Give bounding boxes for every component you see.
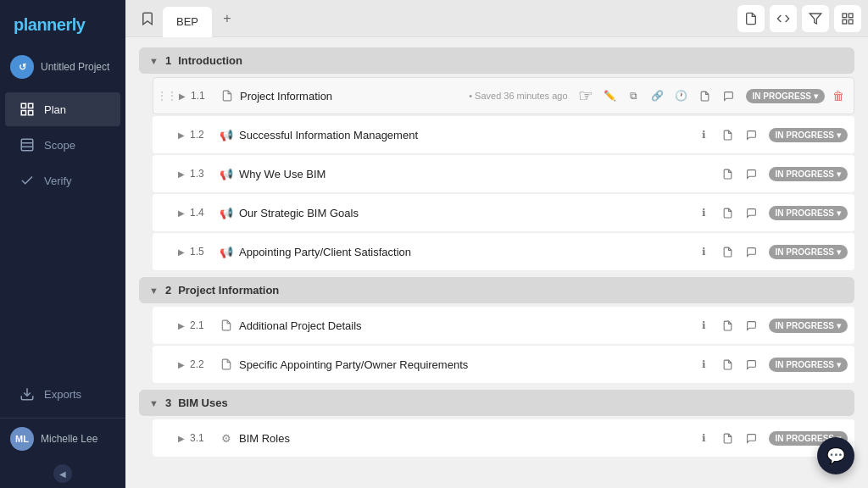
expand-1-3[interactable]: ▶	[173, 169, 190, 179]
svg-rect-1	[29, 103, 33, 108]
row-title-2-1: Additional Project Details	[239, 319, 687, 332]
delete-icon-1-1[interactable]: 🗑	[830, 89, 847, 103]
tab-bep[interactable]: BEP	[163, 7, 212, 37]
status-badge-1-5[interactable]: IN PROGRESS ▾	[769, 245, 848, 259]
status-badge-1-4[interactable]: IN PROGRESS ▾	[769, 206, 848, 220]
project-selector[interactable]: ↺ Untitled Project	[0, 48, 125, 86]
doc-icon-2-2	[217, 358, 236, 370]
user-avatar: ML	[10, 427, 34, 451]
svg-rect-2	[21, 111, 25, 115]
verify-label: Verify	[44, 175, 72, 187]
scope-icon	[19, 136, 36, 153]
section-1-header[interactable]: ▼ 1 Introduction	[139, 47, 854, 74]
section-1-num: 1	[165, 54, 171, 67]
row-num-2-2: 2.2	[190, 358, 217, 370]
sidebar-item-plan[interactable]: Plan	[5, 92, 120, 126]
copy-icon[interactable]: ⧉	[624, 86, 644, 106]
expand-2-2[interactable]: ▶	[173, 360, 190, 369]
row-num-1-5: 1.5	[190, 246, 217, 258]
info-icon-1-4[interactable]: ℹ	[694, 202, 715, 223]
file-icon-1-1[interactable]	[695, 86, 715, 106]
add-tab-button[interactable]: +	[215, 7, 239, 30]
row-num-3-1: 3.1	[190, 432, 217, 444]
row-title-1-4: Our Strategic BIM Goals	[239, 207, 687, 219]
status-badge-1-2[interactable]: IN PROGRESS ▾	[769, 128, 848, 142]
row-1-3: ▶ 1.3 📢 Why We Use BIM IN PROGRESS ▾	[153, 155, 854, 192]
status-badge-2-2[interactable]: IN PROGRESS ▾	[769, 358, 848, 372]
sidebar-item-exports[interactable]: Exports	[5, 377, 120, 411]
document-view-button[interactable]	[737, 5, 765, 32]
bookmarks-icon[interactable]	[132, 3, 163, 34]
file-icon-1-5[interactable]	[718, 241, 738, 262]
exports-label: Exports	[44, 388, 81, 401]
file-icon-3-1[interactable]	[718, 428, 738, 448]
svg-marker-8	[810, 14, 821, 24]
edit-icon[interactable]: ✏️	[600, 86, 620, 106]
expand-2-1[interactable]: ▶	[173, 321, 190, 330]
doc-icon-2-1	[217, 319, 236, 331]
tab-bar: BEP +	[125, 0, 868, 37]
info-icon-3-1[interactable]: ℹ	[694, 428, 715, 448]
sidebar-collapse[interactable]: ◀	[0, 459, 125, 488]
chat-bubble-button[interactable]: 💬	[817, 437, 854, 474]
sidebar-item-verify[interactable]: Verify	[5, 164, 120, 197]
comment-icon-1-2[interactable]	[742, 125, 762, 145]
user-profile[interactable]: ML Michelle Lee	[0, 418, 125, 459]
project-icon: ↺	[10, 55, 34, 79]
row-title-2-2: Specific Appointing Party/Owner Requirem…	[239, 358, 687, 371]
row-saved-1-1: • Saved 36 minutes ago	[469, 91, 567, 101]
row-title-3-1: BIM Roles	[239, 432, 687, 445]
grid-view-button[interactable]	[834, 5, 861, 32]
gear-icon-3-1: ⚙	[217, 432, 236, 445]
row-actions-2-2: ℹ	[694, 354, 762, 374]
status-badge-1-1[interactable]: IN PROGRESS ▾	[746, 89, 825, 103]
comment-icon-1-1[interactable]	[719, 86, 739, 106]
drag-handle-1-1[interactable]: ⋮⋮	[160, 90, 174, 102]
comment-icon-2-2[interactable]	[742, 354, 762, 374]
app-logo: plannerly	[0, 0, 125, 48]
comment-icon-1-4[interactable]	[742, 202, 762, 223]
status-badge-2-1[interactable]: IN PROGRESS ▾	[769, 319, 848, 333]
file-icon-1-2[interactable]	[718, 125, 738, 145]
content-area: ▼ 1 Introduction ⋮⋮ ▶ 1.1 Project Inform…	[125, 37, 868, 488]
file-icon-1-3[interactable]	[718, 164, 738, 184]
section-1-title: Introduction	[178, 54, 242, 67]
row-actions-2-1: ℹ	[694, 315, 762, 336]
section-2-header[interactable]: ▼ 2 Project Information	[139, 277, 854, 303]
svg-rect-0	[21, 103, 25, 108]
sidebar-item-scope[interactable]: Scope	[5, 128, 120, 162]
row-1-2: ▶ 1.2 📢 Successful Information Managemen…	[153, 116, 854, 153]
row-actions-3-1: ℹ	[694, 428, 762, 448]
row-actions-1-1: ✏️ ⧉ 🔗 🕐	[600, 86, 739, 106]
clock-icon[interactable]: 🕐	[671, 86, 692, 106]
expand-1-4[interactable]: ▶	[173, 208, 190, 218]
project-name: Untitled Project	[41, 61, 109, 73]
link-icon[interactable]: 🔗	[648, 86, 668, 106]
info-icon-1-5[interactable]: ℹ	[694, 241, 715, 262]
comment-icon-1-3[interactable]	[742, 164, 762, 184]
status-badge-1-3[interactable]: IN PROGRESS ▾	[769, 167, 848, 181]
row-actions-1-4: ℹ	[694, 202, 762, 223]
section-3-header[interactable]: ▼ 3 BIM Uses	[139, 390, 854, 416]
info-icon-1-2[interactable]: ℹ	[694, 125, 715, 145]
expand-1-1[interactable]: ▶	[174, 92, 191, 101]
file-icon-2-1[interactable]	[718, 315, 738, 336]
logo-text: plannerly	[14, 15, 85, 34]
comment-icon-3-1[interactable]	[742, 428, 762, 448]
expand-1-5[interactable]: ▶	[173, 247, 190, 257]
info-icon-2-1[interactable]: ℹ	[694, 315, 715, 336]
file-icon-2-2[interactable]	[718, 354, 738, 374]
filter-button[interactable]	[802, 5, 829, 32]
expand-1-2[interactable]: ▶	[173, 130, 190, 140]
expand-3-1[interactable]: ▶	[173, 434, 190, 443]
code-view-button[interactable]	[770, 5, 797, 32]
row-title-1-5: Appointing Party/Client Satisfaction	[239, 246, 687, 258]
user-name: Michelle Lee	[41, 433, 97, 445]
info-icon-2-2[interactable]: ℹ	[694, 354, 715, 374]
file-icon-1-4[interactable]	[718, 202, 738, 223]
row-num-2-1: 2.1	[190, 319, 217, 331]
megaphone-icon-1-5: 📢	[217, 246, 236, 258]
comment-icon-1-5[interactable]	[742, 241, 762, 262]
comment-icon-2-1[interactable]	[742, 315, 762, 336]
row-title-1-2: Successful Information Management	[239, 129, 687, 141]
